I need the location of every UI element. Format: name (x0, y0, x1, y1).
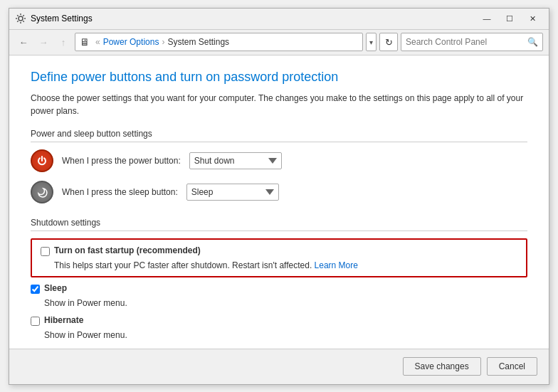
close-button[interactable]: ✕ (522, 11, 543, 26)
sleep-sub-label: Show in Power menu. (44, 298, 527, 308)
breadcrumb-power-options[interactable]: Power Options (103, 37, 159, 47)
power-svg (36, 155, 48, 166)
breadcrumb-sep1: « (95, 37, 100, 47)
hibernate-checkbox[interactable] (31, 317, 40, 326)
up-button[interactable]: ↑ (55, 33, 72, 51)
power-button-row: When I press the power button: Shut down… (31, 149, 527, 172)
sleep-checkbox-row: Sleep (31, 283, 527, 294)
fast-startup-box: Turn on fast startup (recommended) This … (31, 238, 527, 277)
fast-startup-desc: This helps start your PC faster after sh… (54, 260, 517, 270)
window-title: System Settings (31, 14, 93, 23)
nav-bar: ← → ↑ 🖥 « Power Options › System Setting… (9, 30, 549, 55)
cancel-button[interactable]: Cancel (487, 357, 537, 376)
sleep-button-select[interactable]: Sleep Hibernate Shut down Turn off the d… (186, 184, 279, 201)
sleep-option-label[interactable]: Sleep (44, 283, 67, 293)
content-area: Define power buttons and turn on passwor… (9, 55, 549, 349)
back-button[interactable]: ← (15, 33, 32, 51)
sleep-button-row: When I press the sleep button: Sleep Hib… (31, 181, 527, 203)
hibernate-sub-label: Show in Power menu. (44, 330, 527, 340)
fast-startup-label[interactable]: Turn on fast startup (recommended) (54, 245, 201, 255)
minimize-button[interactable]: — (476, 11, 498, 26)
fast-startup-desc-text: This helps start your PC faster after sh… (54, 260, 312, 270)
forward-button[interactable]: → (35, 33, 52, 51)
shutdown-header: Shutdown settings (31, 218, 527, 231)
hibernate-option-label[interactable]: Hibernate (44, 315, 83, 325)
power-icon (31, 149, 53, 172)
save-changes-button[interactable]: Save changes (403, 357, 481, 376)
power-settings-section: Power and sleep button settings When I p… (31, 129, 527, 203)
power-button-label: When I press the power button: (62, 156, 181, 166)
hibernate-checkbox-row: Hibernate (31, 315, 527, 326)
breadcrumb-sep2: › (162, 37, 164, 47)
sleep-button-label: When I press the sleep button: (62, 187, 178, 197)
refresh-button[interactable]: ↻ (379, 33, 398, 51)
search-icon: 🔍 (527, 37, 538, 47)
page-description: Choose the power settings that you want … (31, 92, 527, 117)
title-bar-left: System Settings (15, 13, 93, 24)
sleep-icon (31, 181, 53, 203)
fast-startup-checkbox[interactable] (41, 247, 50, 256)
title-bar-controls: — ☐ ✕ (476, 11, 543, 26)
search-bar: 🔍 (401, 33, 543, 51)
power-button-select[interactable]: Shut down Sleep Hibernate Turn off the d… (189, 152, 282, 169)
window-icon (15, 13, 26, 24)
svg-point-0 (19, 16, 23, 21)
main-window: System Settings — ☐ ✕ ← → ↑ 🖥 « Power Op… (9, 8, 549, 385)
search-input[interactable] (406, 37, 527, 47)
power-settings-header: Power and sleep button settings (31, 129, 527, 142)
shutdown-section: Shutdown settings Turn on fast startup (… (31, 218, 527, 349)
address-dropdown[interactable]: ▾ (366, 33, 377, 51)
sleep-checkbox[interactable] (31, 285, 40, 294)
breadcrumb-current: System Settings (167, 37, 229, 47)
sleep-row: Sleep Show in Power menu. (31, 283, 527, 308)
breadcrumb-icon: 🖥 (80, 36, 90, 48)
footer: Save changes Cancel (9, 349, 549, 384)
page-title: Define power buttons and turn on passwor… (31, 70, 527, 85)
maximize-button[interactable]: ☐ (499, 11, 520, 26)
nav-right: ▾ ↻ 🔍 (366, 33, 543, 51)
hibernate-row: Hibernate Show in Power menu. (31, 315, 527, 340)
fast-startup-row: Turn on fast startup (recommended) (41, 245, 517, 256)
sleep-svg (36, 186, 48, 198)
breadcrumb: 🖥 « Power Options › System Settings (75, 33, 363, 51)
dropdown-arrow-icon: ▾ (369, 38, 373, 46)
title-bar: System Settings — ☐ ✕ (9, 9, 549, 30)
learn-more-link[interactable]: Learn More (315, 260, 358, 270)
